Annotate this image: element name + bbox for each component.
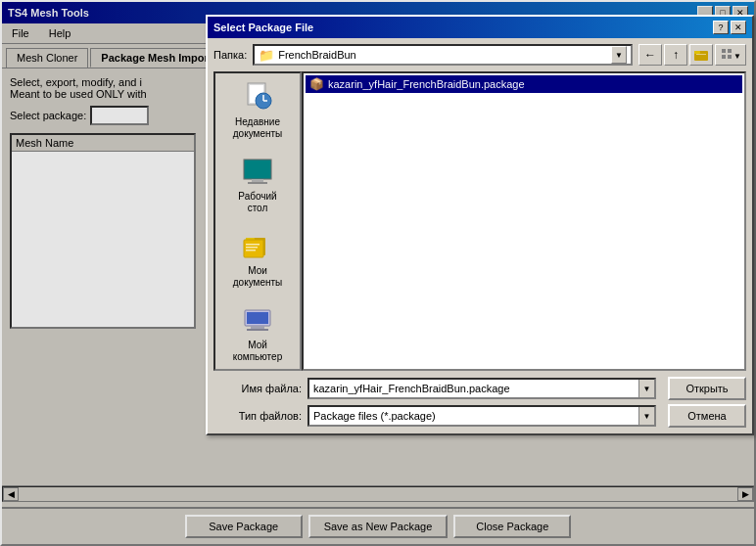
filetype-label: Тип файлов: — [213, 410, 302, 422]
open-button[interactable]: Открыть — [668, 377, 746, 400]
sidebar-item-mydocs[interactable]: Моидокументы — [215, 222, 300, 296]
dialog-action-buttons: Открыть — [668, 377, 746, 400]
mydocs-icon — [242, 230, 273, 261]
svg-rect-20 — [246, 244, 260, 246]
dialog-close-btn[interactable]: ✕ — [731, 21, 746, 34]
folder-dropdown[interactable]: 📁 FrenchBraidBun ▼ — [253, 44, 633, 66]
svg-rect-1 — [694, 51, 700, 54]
svg-rect-22 — [246, 250, 256, 251]
svg-rect-4 — [728, 49, 732, 53]
folder-name: FrenchBraidBun — [278, 49, 356, 61]
svg-rect-26 — [247, 329, 268, 331]
dialog-help-btn[interactable]: ? — [713, 21, 729, 34]
svg-rect-15 — [252, 179, 263, 182]
sidebar-label-mycomputer: Мойкомпьютер — [233, 340, 282, 363]
svg-text:▼: ▼ — [733, 52, 740, 61]
dialog-overlay: Select Package File ? ✕ Папка: 📁 FrenchB… — [0, 0, 756, 546]
sidebar-label-recent: Недавниедокументы — [233, 116, 283, 140]
dialog-main: Недавниедокументы Рабочийстол — [213, 71, 746, 371]
filename-value: kazarin_yfHair_FrenchBraidBun.package — [309, 381, 638, 396]
filename-label: Имя файла: — [213, 383, 302, 394]
desktop-icon — [242, 156, 273, 187]
sidebar-item-mycomputer[interactable]: Мойкомпьютер — [215, 296, 300, 371]
recent-docs-icon — [242, 81, 273, 113]
file-icon: 📦 — [309, 77, 324, 91]
cancel-btn-container: Отмена — [668, 404, 746, 428]
filetype-value: Package files (*.package) — [309, 408, 638, 424]
file-dialog: Select Package File ? ✕ Папка: 📁 FrenchB… — [206, 15, 754, 435]
folder-dropdown-arrow[interactable]: ▼ — [611, 46, 627, 64]
dialog-fields: Имя файла: kazarin_yfHair_FrenchBraidBun… — [213, 377, 746, 428]
svg-rect-6 — [728, 55, 732, 59]
svg-rect-5 — [722, 55, 726, 59]
filename-dropdown[interactable]: kazarin_yfHair_FrenchBraidBun.package ▼ — [307, 378, 656, 399]
dialog-titlebar: Select Package File ? ✕ — [208, 17, 752, 38]
file-item[interactable]: 📦 kazarin_yfHair_FrenchBraidBun.package — [306, 75, 742, 93]
nav-back-btn[interactable]: ← — [638, 44, 662, 66]
dialog-body: Папка: 📁 FrenchBraidBun ▼ ← ↑ — [208, 38, 752, 433]
file-name: kazarin_yfHair_FrenchBraidBun.package — [328, 78, 525, 90]
cancel-button[interactable]: Отмена — [668, 404, 746, 428]
sidebar-label-mydocs: Моидокументы — [233, 265, 283, 289]
folder-label: Папка: — [213, 49, 247, 61]
nav-buttons: ← ↑ ▼ — [638, 44, 746, 66]
svg-rect-16 — [248, 182, 267, 184]
view-options-btn[interactable]: ▼ — [715, 44, 746, 66]
svg-rect-25 — [251, 326, 264, 329]
dialog-sidebar: Недавниедокументы Рабочийстол — [213, 71, 302, 371]
dialog-titlebar-buttons: ? ✕ — [713, 21, 746, 34]
sidebar-item-recent[interactable]: Недавниедокументы — [215, 73, 300, 148]
file-list[interactable]: 📦 kazarin_yfHair_FrenchBraidBun.package — [302, 71, 746, 371]
svg-rect-21 — [246, 247, 258, 249]
folder-icon: 📁 — [259, 48, 274, 63]
svg-rect-24 — [247, 312, 268, 324]
filetype-row: Тип файлов: Package files (*.package) ▼ … — [213, 404, 746, 428]
nav-up-btn[interactable]: ↑ — [664, 44, 687, 66]
filename-dropdown-btn[interactable]: ▼ — [638, 380, 654, 397]
nav-new-folder-btn[interactable] — [689, 44, 713, 66]
svg-rect-3 — [722, 49, 726, 53]
svg-rect-13 — [244, 159, 271, 179]
svg-rect-2 — [696, 54, 706, 55]
dialog-title: Select Package File — [213, 22, 313, 33]
filetype-dropdown-btn[interactable]: ▼ — [638, 407, 654, 425]
sidebar-label-desktop: Рабочийстол — [238, 191, 276, 214]
svg-rect-19 — [244, 240, 263, 257]
filename-row: Имя файла: kazarin_yfHair_FrenchBraidBun… — [213, 377, 746, 400]
sidebar-item-desktop[interactable]: Рабочийстол — [215, 148, 300, 222]
dialog-toolbar: Папка: 📁 FrenchBraidBun ▼ ← ↑ — [213, 44, 746, 66]
mycomputer-icon — [242, 304, 273, 336]
filetype-dropdown[interactable]: Package files (*.package) ▼ — [307, 405, 656, 427]
